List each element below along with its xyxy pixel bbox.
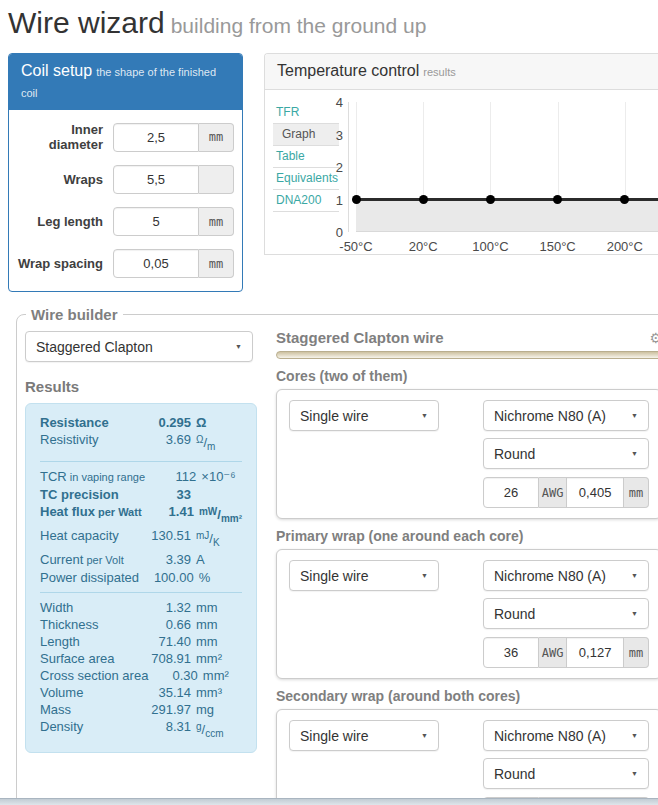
- chevron-down-icon: ▼: [625, 572, 638, 579]
- secondary-profile-value: Round: [494, 766, 535, 782]
- app-subtitle: building from the ground up: [171, 14, 427, 37]
- results-divider: [40, 592, 242, 593]
- y-axis-tick-label: 4: [323, 95, 343, 110]
- cores-diameter-input[interactable]: [567, 477, 624, 508]
- leg-length-label: Leg length: [17, 214, 113, 229]
- leg-length-input[interactable]: [113, 207, 199, 236]
- temperature-control-panel: Temperature controlresults TFRGraphTable…: [264, 53, 658, 255]
- secondary-profile-select[interactable]: Round ▼: [483, 758, 649, 789]
- cores-type-select[interactable]: Single wire ▼: [289, 400, 439, 431]
- result-value: 3.39: [133, 551, 191, 569]
- result-row: Heat flux per Watt1.41mW/mm²: [40, 503, 242, 527]
- result-value: 0.295: [133, 414, 191, 431]
- result-row: Length71.40mm: [40, 633, 242, 650]
- coil-field-row: Wrap spacing mm: [17, 249, 234, 278]
- primary-gauge-input[interactable]: [483, 637, 539, 668]
- result-unit: mm²: [191, 650, 242, 667]
- wrap-spacing-label: Wrap spacing: [17, 256, 113, 271]
- result-unit: mm: [191, 633, 242, 650]
- result-label: Cross section area: [40, 667, 148, 684]
- gear-icon[interactable]: ⚙: [649, 331, 658, 345]
- wire-preview-bar: [276, 351, 658, 359]
- result-row: Mass291.97mg: [40, 701, 242, 718]
- chevron-down-icon: ▼: [625, 412, 638, 419]
- coil-setup-title: Coil setup: [21, 62, 92, 79]
- result-unit: ×10⁻⁶: [196, 468, 242, 486]
- result-row: Power dissipated100.00%: [40, 569, 242, 586]
- wrap-spacing-unit: mm: [199, 249, 234, 278]
- result-row: Density8.31g/ccm: [40, 718, 242, 742]
- wire-builder-legend: Wire builder: [26, 306, 123, 323]
- y-axis-tick-label: 3: [323, 128, 343, 143]
- coil-field-row: Wraps: [17, 165, 234, 194]
- data-point[interactable]: [486, 195, 495, 204]
- primary-material-select[interactable]: Nichrome N80 (A) ▼: [483, 560, 649, 591]
- result-value: 112: [145, 468, 196, 486]
- result-value: 8.31: [133, 718, 191, 742]
- x-axis-tick-label: 100°C: [457, 239, 523, 254]
- primary-wrap-box: Single wire ▼ Nichrome N80 (A) ▼ Round ▼: [276, 549, 658, 679]
- result-unit: mm: [191, 616, 242, 633]
- result-value: 1.32: [133, 599, 191, 616]
- chevron-down-icon: ▼: [625, 450, 638, 457]
- cores-gauge-unit: AWG: [539, 477, 567, 508]
- result-unit: %: [194, 569, 242, 586]
- result-unit: mm: [191, 599, 242, 616]
- result-row: TC precision33: [40, 486, 242, 503]
- inner-diameter-unit: mm: [199, 123, 234, 152]
- coil-setup-body: Inner diameter mm Wraps Leg length: [9, 110, 242, 278]
- result-value: 33: [133, 486, 191, 503]
- primary-profile-select[interactable]: Round ▼: [483, 598, 649, 629]
- result-row: Resistivity3.69Ω/m: [40, 431, 242, 455]
- page-title: Wire wizardbuilding from the ground up: [8, 6, 658, 40]
- result-value: 71.40: [133, 633, 191, 650]
- cores-type-value: Single wire: [300, 408, 368, 424]
- cores-material-select[interactable]: Nichrome N80 (A) ▼: [483, 400, 649, 431]
- tfr-chart: 01234-50°C20°C100°C150°C200°C: [348, 102, 658, 232]
- x-axis-tick-label: 200°C: [592, 239, 658, 254]
- secondary-wrap-section-title: Secondary wrap (around both cores): [276, 688, 658, 704]
- cores-diameter-unit: mm: [624, 477, 649, 508]
- result-label: Length: [40, 633, 133, 650]
- wire-type-select[interactable]: Staggered Clapton ▼: [25, 331, 253, 362]
- result-unit: mJ/K: [191, 527, 242, 551]
- primary-material-value: Nichrome N80 (A): [494, 568, 606, 584]
- result-unit: [191, 486, 242, 503]
- wraps-input[interactable]: [113, 165, 199, 194]
- result-unit: Ω/m: [191, 431, 242, 455]
- result-value: 130.51: [133, 527, 191, 551]
- primary-diameter-input[interactable]: [567, 637, 624, 668]
- cores-profile-select[interactable]: Round ▼: [483, 438, 649, 469]
- wire-builder-fieldset: Wire builder Staggered Clapton ▼ Results…: [16, 306, 658, 805]
- data-point[interactable]: [352, 195, 361, 204]
- primary-type-select[interactable]: Single wire ▼: [289, 560, 439, 591]
- result-unit: Ω: [191, 414, 242, 431]
- result-label: Power dissipated: [40, 569, 139, 586]
- result-unit: mg: [191, 701, 242, 718]
- result-label: Heat capacity: [40, 527, 133, 551]
- wire-section-title: Staggered Clapton wire: [276, 329, 444, 346]
- cores-gauge-input[interactable]: [483, 477, 539, 508]
- result-value: 0.66: [133, 616, 191, 633]
- secondary-material-select[interactable]: Nichrome N80 (A) ▼: [483, 720, 649, 751]
- result-label: Resistivity: [40, 431, 133, 455]
- result-row: Width1.32mm: [40, 599, 242, 616]
- wrap-spacing-input[interactable]: [113, 249, 199, 278]
- y-axis-tick-label: 2: [323, 160, 343, 175]
- secondary-type-select[interactable]: Single wire ▼: [289, 720, 439, 751]
- inner-diameter-input[interactable]: [113, 123, 199, 152]
- inner-diameter-label: Inner diameter: [17, 122, 113, 152]
- primary-profile-value: Round: [494, 606, 535, 622]
- result-label: Width: [40, 599, 133, 616]
- result-value: 35.14: [133, 684, 191, 701]
- result-value: 0.30: [148, 667, 197, 684]
- wire-type-value: Staggered Clapton: [36, 339, 153, 355]
- app-title: Wire wizard: [8, 6, 165, 39]
- chevron-down-icon: ▼: [415, 572, 428, 579]
- leg-length-unit: mm: [199, 207, 234, 236]
- cores-box: Single wire ▼ Nichrome N80 (A) ▼ Round ▼: [276, 389, 658, 519]
- data-point[interactable]: [419, 195, 428, 204]
- result-label: Resistance: [40, 414, 133, 431]
- temperature-control-header: Temperature controlresults: [265, 54, 658, 90]
- result-label: Surface area: [40, 650, 133, 667]
